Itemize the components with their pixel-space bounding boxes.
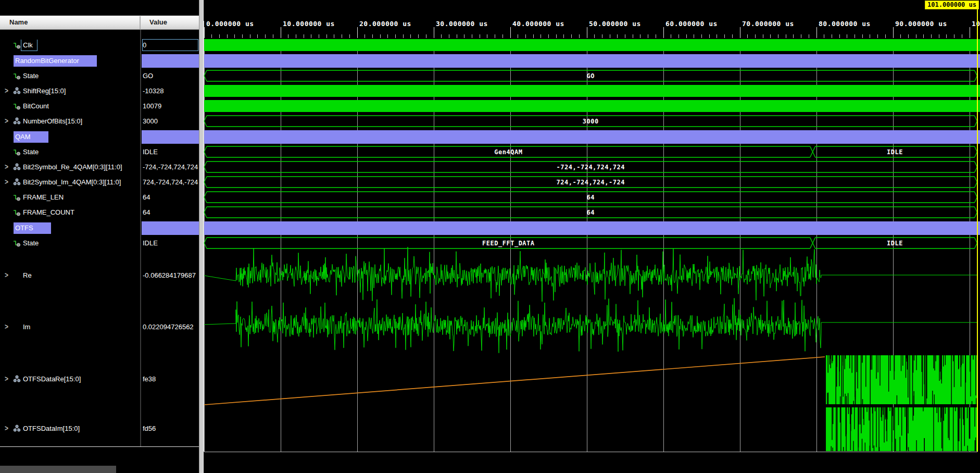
expand-arrow-icon[interactable]: > <box>5 86 8 95</box>
signal-name-row-NumberOfBits-15-0--5[interactable]: >NumberOfBits[15:0] <box>0 116 140 127</box>
svg-text:40.000000 us: 40.000000 us <box>512 20 564 28</box>
signal-name-row-State-7[interactable]: State <box>0 146 140 158</box>
scalar-signal-icon <box>13 148 21 156</box>
signal-value-4[interactable]: 10079 <box>143 101 198 112</box>
expand-arrow-icon[interactable]: > <box>5 374 8 383</box>
signal-name-label: Re <box>23 271 32 279</box>
signal-value-9[interactable]: 724,-724,724,-724 <box>143 177 198 188</box>
wave-row-10-bus[interactable]: 64 <box>204 192 977 203</box>
wave-row-5-bus[interactable]: 3000 <box>204 116 977 127</box>
svg-text:10.000000 us: 10.000000 us <box>283 20 335 28</box>
signal-value-17[interactable]: fd56 <box>143 423 198 434</box>
signal-name-row-State-13[interactable]: State <box>0 238 140 249</box>
divider-value-cell[interactable] <box>142 221 199 235</box>
bus-signal-icon <box>13 425 21 432</box>
wave-row-2-bus[interactable]: GO <box>204 70 977 81</box>
signal-name-row-Bit2Symbol-Re-4QAM-0-3-11-0--8[interactable]: >Bit2Symbol_Re_4QAM[0:3][11:0] <box>0 161 140 173</box>
svg-text:70.000000 us: 70.000000 us <box>742 20 794 28</box>
signal-value-7[interactable]: IDLE <box>143 146 198 158</box>
expand-arrow-icon[interactable]: > <box>5 177 8 186</box>
bus-value-label: 3000 <box>583 118 599 125</box>
wave-row-1-divider[interactable] <box>204 54 980 68</box>
signal-name-row-FRAME-LEN-10[interactable]: FRAME_LEN <box>0 192 140 203</box>
scalar-signal-icon <box>13 41 21 49</box>
expand-arrow-icon[interactable]: > <box>5 162 8 171</box>
signal-value-8[interactable]: -724,-724,724,724 <box>143 161 198 173</box>
panel-bottom-separator <box>0 446 199 447</box>
signal-name-row-State-2[interactable]: State <box>0 70 140 82</box>
signal-name-row-Bit2Symbol-Im-4QAM-0-3-11-0--9[interactable]: >Bit2Symbol_Im_4QAM[0:3][11:0] <box>0 177 140 188</box>
signal-name-label: BitCount <box>23 102 49 110</box>
signal-value-14[interactable]: -0.066284179687 <box>143 270 198 281</box>
wave-row-12-divider[interactable] <box>204 221 980 235</box>
svg-text:90.000000 us: 90.000000 us <box>895 20 947 28</box>
scalar-signal-icon <box>13 72 21 80</box>
wave-row-16-analog_ramp[interactable] <box>204 355 977 405</box>
signal-value-13[interactable]: IDLE <box>143 238 198 249</box>
signal-name-row-ShiftReg-15-0--3[interactable]: >ShiftReg[15:0] <box>0 85 140 97</box>
signal-name-row-RandomBitGenerator-1[interactable]: RandomBitGenerator <box>0 55 140 67</box>
signal-value-2[interactable]: GO <box>143 70 198 82</box>
signal-name-label: OTFSDataRe[15:0] <box>23 375 81 383</box>
wave-row-15-analog_noise[interactable] <box>204 298 977 353</box>
signal-name-row-QAM-6[interactable]: QAM <box>0 131 140 143</box>
timeline-ruler[interactable]: 0.000000 us10.000000 us20.000000 us30.00… <box>204 20 980 38</box>
divider-label[interactable]: QAM <box>14 131 48 143</box>
divider-label[interactable]: RandomBitGenerator <box>14 55 97 67</box>
signal-name-row-OTFSDataRe-15-0--16[interactable]: >OTFSDataRe[15:0] <box>0 374 140 385</box>
signal-name-row-FRAME-COUNT-11[interactable]: FRAME_COUNT <box>0 207 140 218</box>
signal-value-10[interactable]: 64 <box>143 192 198 203</box>
wave-row-3-solid[interactable] <box>204 85 980 97</box>
horizontal-scrollbar[interactable] <box>0 466 116 473</box>
wave-row-17-analog_block[interactable] <box>826 407 977 451</box>
selected-name-outline <box>21 40 37 51</box>
signal-name-row-Im-15[interactable]: >Im <box>0 321 140 333</box>
name-value-column-divider[interactable] <box>140 30 141 446</box>
signal-name-label: State <box>23 148 39 156</box>
signal-name-label: State <box>23 72 39 80</box>
waveform-viewer-window: Name Value Clk0RandomBitGeneratorStateGO… <box>0 0 980 473</box>
svg-text:100.000000 us: 100.000000 us <box>972 20 980 28</box>
signal-value-3[interactable]: -10328 <box>143 85 198 97</box>
signal-value-16[interactable]: fe38 <box>143 374 198 385</box>
svg-text:50.000000 us: 50.000000 us <box>589 20 641 28</box>
wave-row-4-solid[interactable] <box>204 100 980 112</box>
signal-name-row-Re-14[interactable]: >Re <box>0 270 140 281</box>
scalar-signal-icon <box>13 193 21 201</box>
signal-name-row-OTFSDataIm-15-0--17[interactable]: >OTFSDataIm[15:0] <box>0 423 140 434</box>
expand-arrow-icon[interactable]: > <box>5 116 8 126</box>
signal-value-15[interactable]: 0.022094726562 <box>143 321 198 333</box>
header-column-divider <box>140 16 141 29</box>
divider-label[interactable]: OTFS <box>14 222 51 234</box>
divider-value-cell[interactable] <box>142 54 199 68</box>
signal-name-row-Clk-0[interactable]: Clk <box>0 40 140 51</box>
wave-row-11-bus[interactable]: 64 <box>204 207 977 218</box>
scalar-signal-icon <box>13 239 21 247</box>
signal-value-5[interactable]: 3000 <box>143 116 198 127</box>
signal-value-11[interactable]: 64 <box>143 207 198 218</box>
signal-name-row-OTFS-12[interactable]: OTFS <box>0 222 140 234</box>
wave-row-6-divider[interactable] <box>204 130 980 144</box>
bus-value-label: -724,-724,724,724 <box>557 164 625 171</box>
expand-arrow-icon[interactable]: > <box>5 270 8 280</box>
signal-name-label: Im <box>23 323 30 331</box>
wave-row-7-bus[interactable]: Gen4QAMIDLE <box>204 146 977 157</box>
wave-row-13-bus[interactable]: FEED_FFT_DATAIDLE <box>204 238 977 248</box>
signal-name-label: FRAME_COUNT <box>23 208 74 216</box>
wave-row-0-clock[interactable] <box>204 39 980 51</box>
selected-value-outline <box>142 39 198 51</box>
scalar-signal-icon <box>13 102 21 110</box>
bus-signal-icon <box>13 163 21 171</box>
svg-text:30.000000 us: 30.000000 us <box>436 20 488 28</box>
bus-value-label: FEED_FFT_DATA <box>482 240 535 247</box>
wave-row-8-bus[interactable]: -724,-724,724,724 <box>204 161 977 172</box>
wave-row-14-analog_noise[interactable] <box>204 247 977 302</box>
bus-value-label: 64 <box>587 209 595 216</box>
wave-row-9-bus[interactable]: 724,-724,724,-724 <box>204 177 977 188</box>
expand-arrow-icon[interactable]: > <box>5 322 8 331</box>
expand-arrow-icon[interactable]: > <box>5 424 8 433</box>
signal-name-row-BitCount-4[interactable]: BitCount <box>0 101 140 112</box>
divider-value-cell[interactable] <box>142 130 199 144</box>
panel-splitter[interactable] <box>199 0 204 473</box>
cursor-time-readout: 101.000000 us <box>925 1 979 9</box>
